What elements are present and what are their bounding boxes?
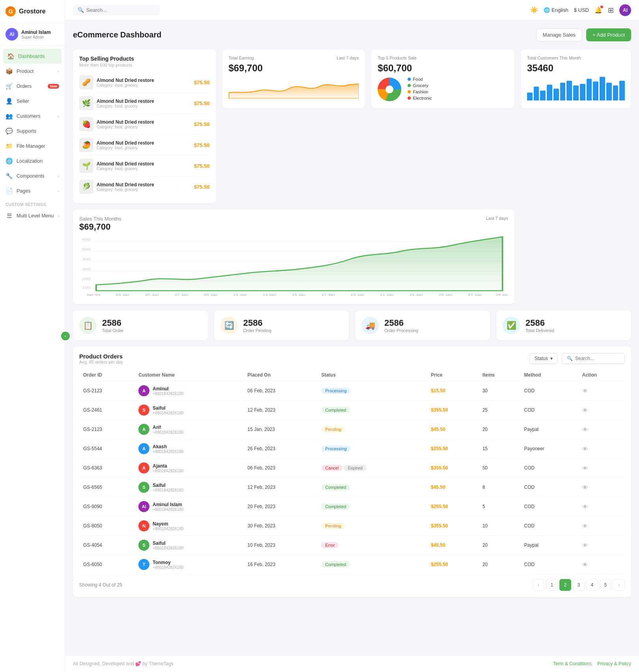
- order-stat-icon-0: 📋: [79, 317, 97, 334]
- nav-label-customers: Customers: [17, 113, 54, 119]
- order-id-cell-3: GS-5544: [79, 439, 134, 459]
- pagination-row: Showing 4 Out of 25 ‹12345›: [79, 574, 625, 591]
- add-product-button[interactable]: + Add Product: [586, 28, 631, 41]
- sidebar-item-orders[interactable]: 🛒 Orders New: [0, 79, 65, 94]
- footer-text: All Designed, Developed and 💕 by ThemeTa…: [73, 661, 173, 666]
- manage-sales-button[interactable]: Manage Sales: [536, 28, 582, 41]
- pagination-page-5[interactable]: 5: [600, 579, 611, 591]
- page-header: eCommerce Dashboard Manage Sales + Add P…: [73, 28, 631, 41]
- customer-phone-8: +8801842826180: [153, 546, 183, 550]
- order-stat-total-order: 📋 2586 Total Order: [73, 310, 208, 340]
- pagination-page-3[interactable]: 3: [573, 579, 585, 591]
- sidebar-item-multi-level-menu[interactable]: ☰ Multi Level Menu ›: [0, 208, 65, 223]
- pagination-page-1[interactable]: 1: [546, 579, 558, 591]
- product-item-2: 🍓 Almond Nut Dried restore Category: foo…: [79, 114, 210, 135]
- customer-avatar-6: AI: [138, 501, 149, 512]
- customer-name-1: Saiful: [153, 405, 183, 411]
- pagination-page-4[interactable]: 4: [586, 579, 598, 591]
- sidebar-item-components[interactable]: 🔧 Components ›: [0, 169, 65, 184]
- view-action-icon-8[interactable]: 👁: [582, 542, 588, 549]
- sidebar-item-customers[interactable]: 👥 Customers ›: [0, 109, 65, 124]
- sidebar-item-localization[interactable]: 🌐 Localization: [0, 154, 65, 169]
- order-stat-label-1: Order Pending: [243, 328, 272, 333]
- product-name-0: Almond Nut Dried restore: [97, 78, 191, 83]
- table-search-input[interactable]: [575, 356, 622, 361]
- grid-icon[interactable]: ⊞: [608, 6, 614, 15]
- sidebar-collapse-button[interactable]: ‹: [61, 332, 70, 340]
- placed-on-cell-2: 15 Jan, 2023: [244, 420, 317, 439]
- terms-link[interactable]: Term & Conditions: [553, 661, 592, 666]
- search-bar[interactable]: 🔍: [73, 5, 160, 15]
- notification-dot: [600, 6, 603, 8]
- svg-text:17 Jan: 17 Jan: [321, 293, 335, 297]
- pagination-prev[interactable]: ‹: [533, 579, 544, 591]
- customers-bar-chart: [527, 77, 625, 100]
- product-price-2: $75.50: [194, 121, 210, 127]
- search-input[interactable]: [86, 7, 149, 13]
- product-price-3: $75.50: [194, 142, 210, 148]
- method-cell-3: Payoneer: [520, 439, 578, 459]
- pie-chart: [378, 78, 401, 101]
- sidebar-item-seller[interactable]: 👤 Seller: [0, 94, 65, 109]
- sidebar-logo: G Grostore: [0, 0, 65, 23]
- currency-selector[interactable]: $ USD: [574, 7, 589, 13]
- status-badge-6: Completed: [321, 503, 350, 510]
- sun-icon[interactable]: ☀️: [530, 6, 538, 14]
- earning-period[interactable]: Last 7 days: [337, 56, 359, 60]
- pie-chart-area: Food Grocery Fashion Electronic: [378, 77, 508, 102]
- customer-cell-4: A Ajanta +8801842826180: [134, 459, 244, 478]
- placed-on-cell-0: 06 Feb, 2023: [244, 381, 317, 401]
- sales-period[interactable]: Last 7 days: [486, 216, 508, 221]
- product-image-2: 🍓: [79, 117, 93, 131]
- customer-cell-1: S Saiful +8801842826180: [134, 401, 244, 420]
- nav-icon-pages: 📄: [6, 187, 13, 195]
- header-user-avatar[interactable]: AI: [619, 4, 631, 16]
- view-action-icon-2[interactable]: 👁: [582, 426, 588, 433]
- privacy-link[interactable]: Privacy & Policy: [597, 661, 631, 666]
- sidebar-item-supports[interactable]: 💬 Supports: [0, 124, 65, 139]
- table-search[interactable]: 🔍: [562, 353, 625, 364]
- sales-chart-card: Sales This Months $69,700 Last 7 days: [73, 210, 514, 304]
- customer-avatar-1: S: [138, 405, 149, 416]
- legend-item-fashion: Fashion: [408, 89, 432, 94]
- products-sale-label: Top 5 Products Sale: [378, 56, 508, 60]
- view-action-icon-9[interactable]: 👁: [582, 561, 588, 568]
- status-cell-4: Cancel Expired: [317, 459, 427, 478]
- method-cell-8: Paypal: [520, 536, 578, 555]
- method-cell-1: COD: [520, 401, 578, 420]
- customer-phone-0: +8801842826180: [153, 392, 183, 396]
- price-cell-5: $45.50: [427, 478, 479, 497]
- action-cell-7: 👁: [578, 516, 625, 536]
- pagination-next[interactable]: ›: [613, 579, 625, 591]
- view-action-icon-1[interactable]: 👁: [582, 407, 588, 414]
- notification-icon[interactable]: 🔔: [594, 6, 602, 14]
- sidebar-item-dashboards[interactable]: 🏠 Dashboards: [3, 49, 61, 64]
- language-selector[interactable]: 🌐 English: [544, 7, 568, 13]
- sidebar-item-product[interactable]: 📦 Product ›: [0, 64, 65, 79]
- price-cell-0: $15.50: [427, 381, 479, 401]
- view-action-icon-7[interactable]: 👁: [582, 523, 588, 529]
- view-action-icon-0[interactable]: 👁: [582, 388, 588, 394]
- nav-icon-orders: 🛒: [6, 83, 13, 90]
- customer-avatar-8: S: [138, 540, 149, 551]
- sidebar-item-pages[interactable]: 📄 Pages ›: [0, 184, 65, 199]
- legend-dot: [408, 78, 411, 81]
- sidebar-item-file-manager[interactable]: 📁 File Manager: [0, 139, 65, 154]
- placed-on-cell-7: 30 Feb, 2023: [244, 516, 317, 536]
- order-id-cell-7: GS-8050: [79, 516, 134, 536]
- view-action-icon-3[interactable]: 👁: [582, 446, 588, 452]
- bar-10: [593, 82, 598, 100]
- bar-3: [547, 85, 552, 100]
- product-item-1: 🌿 Almond Nut Dried restore Category: foo…: [79, 93, 210, 114]
- view-action-icon-6[interactable]: 👁: [582, 503, 588, 510]
- chevron-down-icon: ▾: [550, 356, 553, 361]
- view-action-icon-4[interactable]: 👁: [582, 465, 588, 472]
- pagination-page-2[interactable]: 2: [559, 579, 571, 591]
- svg-text:11 Jan: 11 Jan: [233, 293, 247, 297]
- status-dropdown[interactable]: Status ▾: [529, 353, 558, 364]
- nav-icon-localization: 🌐: [6, 158, 13, 165]
- nav-arrow-multi-level-menu: ›: [58, 214, 59, 218]
- view-action-icon-5[interactable]: 👁: [582, 484, 588, 491]
- method-cell-7: COD: [520, 516, 578, 536]
- table-row: GS-6050 T Tonmoy +8801842826180 16 Feb, …: [79, 555, 625, 574]
